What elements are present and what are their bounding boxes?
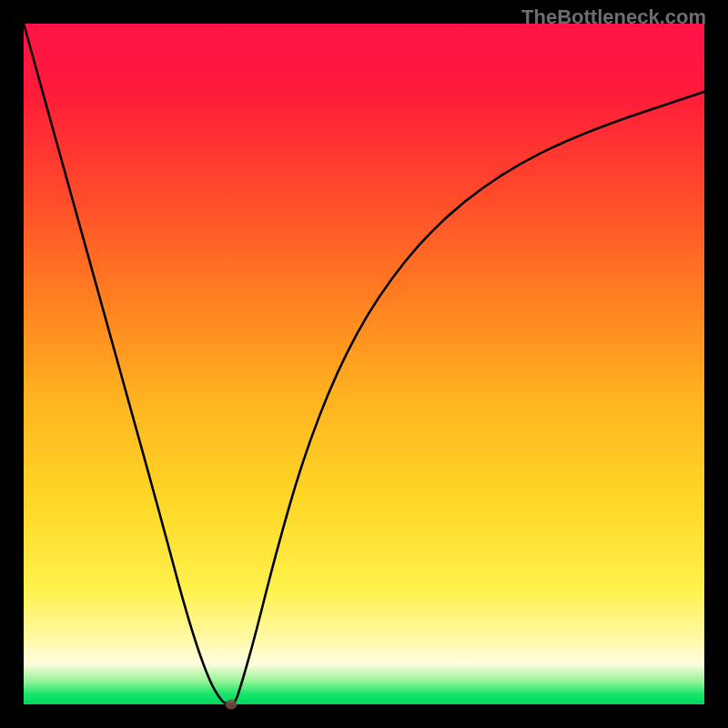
watermark-text: TheBottleneck.com: [521, 5, 706, 29]
curve-path: [24, 24, 704, 704]
chart-area: [24, 24, 704, 704]
optimal-point-marker: [226, 700, 238, 710]
bottleneck-curve: [24, 24, 704, 704]
